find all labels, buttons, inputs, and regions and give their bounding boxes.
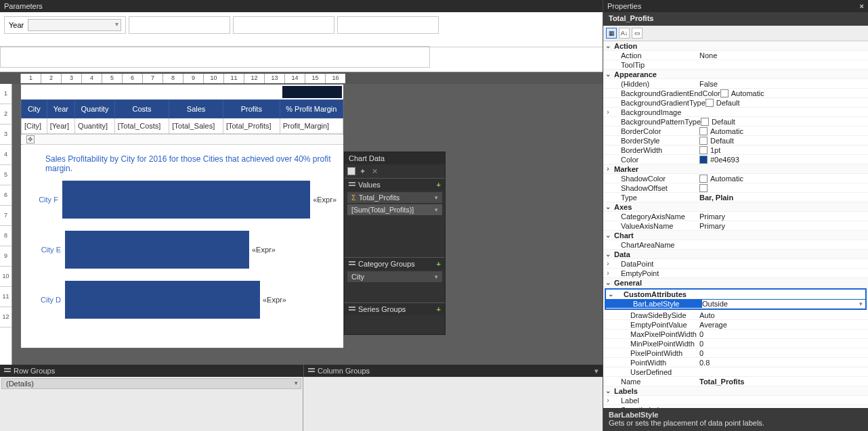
prop-chart-area[interactable]: ChartAreaName xyxy=(613,241,699,249)
table-cell[interactable]: Profit_Margin] xyxy=(280,118,343,134)
val-px-width[interactable]: 0 xyxy=(699,349,868,357)
move-handle-icon[interactable]: ✥ xyxy=(26,135,35,143)
prop-emptypoint[interactable]: EmptyPoint xyxy=(613,269,699,277)
values-field-total-profits[interactable]: Σ Total_Profits ▾ xyxy=(347,192,442,203)
prop-bg-pattern[interactable]: BackgroundPatternType xyxy=(613,118,701,126)
prop-empty-pt-val[interactable]: EmptyPointValue xyxy=(613,321,699,329)
expand-icon[interactable]: ⌄ xyxy=(603,231,613,239)
expand-icon[interactable]: › xyxy=(603,396,613,404)
expand-icon[interactable]: › xyxy=(603,108,613,116)
val-max-px[interactable]: 0 xyxy=(699,330,868,338)
chart-area[interactable]: City F«Expr»City E«Expr»City D«Expr» xyxy=(21,179,343,348)
groups-menu-chevron[interactable]: ▾ xyxy=(594,367,599,376)
chevron-down-icon[interactable]: ▾ xyxy=(435,194,438,201)
prop-type[interactable]: Type xyxy=(613,194,699,202)
cd-grid-icon[interactable] xyxy=(347,167,355,175)
expand-icon[interactable]: ⌄ xyxy=(603,279,613,286)
chart-bar[interactable] xyxy=(62,181,310,219)
val-min-px[interactable]: 0 xyxy=(699,340,868,348)
table-header[interactable]: Costs xyxy=(114,100,169,118)
table-cell[interactable]: [Total_Sales] xyxy=(169,118,223,134)
val-hidden[interactable]: False xyxy=(699,80,868,88)
values-expression[interactable]: [Sum(Total_Profits)] ▾ xyxy=(347,204,442,215)
prop-name[interactable]: Name xyxy=(613,378,699,386)
expand-icon[interactable]: › xyxy=(603,269,613,277)
table-cell[interactable]: [Total_Profits] xyxy=(223,118,280,134)
prop-val-axis[interactable]: ValueAxisName xyxy=(613,222,699,230)
prop-max-px[interactable]: MaxPixelPointWidth xyxy=(613,330,699,338)
properties-object-name[interactable]: Total_Profits xyxy=(603,12,868,26)
data-table[interactable]: CityYearQuantityCostsSalesProfits% Profi… xyxy=(21,99,343,134)
table-header[interactable]: % Profit Margin xyxy=(280,100,343,118)
cd-gear-icon[interactable]: ✦ xyxy=(360,167,368,175)
prop-border-width[interactable]: BorderWidth xyxy=(613,146,699,154)
val-type[interactable]: Bar, Plain xyxy=(699,194,868,202)
val-val-axis[interactable]: Primary xyxy=(699,222,868,230)
row-group-details[interactable]: (Details) xyxy=(1,378,301,389)
val-bg-grad-type[interactable]: Default xyxy=(706,99,868,107)
table-cell[interactable]: Quantity] xyxy=(75,118,115,134)
prop-min-px[interactable]: MinPixelPointWidth xyxy=(613,340,699,348)
val-pt-width[interactable]: 0.8 xyxy=(699,359,868,367)
val-border-style[interactable]: Default xyxy=(699,137,868,145)
param-blank-wide[interactable] xyxy=(0,46,430,68)
prop-shadow-offset[interactable]: ShadowOffset xyxy=(613,184,699,192)
chart-bar-row[interactable]: City E«Expr» xyxy=(28,229,337,271)
table-cell[interactable]: [City] xyxy=(22,118,47,134)
val-empty-pt-val[interactable]: Average xyxy=(699,321,868,329)
table-header[interactable]: City xyxy=(22,100,47,118)
prop-cat-axis[interactable]: CategoryAxisName xyxy=(613,212,699,221)
cd-delete-icon[interactable]: ✕ xyxy=(372,167,380,175)
prop-px-width[interactable]: PixelPointWidth xyxy=(613,349,699,357)
val-bar-label-style[interactable]: Outside xyxy=(702,300,865,308)
val-shadow-offset[interactable] xyxy=(699,184,868,192)
prop-bg-grad-type[interactable]: BackgroundGradientType xyxy=(613,99,706,107)
val-name[interactable]: Total_Profits xyxy=(699,378,868,386)
chart-data-panel[interactable]: Chart Data ✦ ✕ Values + Σ Total_Profits xyxy=(344,152,446,335)
expand-icon[interactable]: › xyxy=(603,260,613,267)
expand-icon[interactable]: ⌄ xyxy=(603,70,613,78)
category-field-city[interactable]: City ▾ xyxy=(347,271,442,282)
table-header[interactable]: Quantity xyxy=(75,100,115,118)
series-add-button[interactable]: + xyxy=(437,305,441,313)
prop-action[interactable]: Action xyxy=(613,51,699,60)
design-surface[interactable]: 1234 5678 9101112 CityYearQuantityCostsS… xyxy=(0,84,603,365)
table-header[interactable]: Profits xyxy=(223,100,280,118)
chart-bar[interactable] xyxy=(65,281,260,319)
param-year-dropdown[interactable] xyxy=(28,19,121,31)
categorized-button[interactable]: ▦ xyxy=(606,28,617,39)
prop-bg-image[interactable]: BackgroundImage xyxy=(613,108,699,116)
param-blank-2[interactable] xyxy=(233,16,334,34)
alphabetical-button[interactable]: A↓ xyxy=(619,28,630,39)
table-cell[interactable]: [Year] xyxy=(47,118,74,134)
prop-border-style[interactable]: BorderStyle xyxy=(613,137,699,145)
prop-user-def[interactable]: UserDefined xyxy=(613,368,699,376)
val-draw-side[interactable]: Auto xyxy=(699,311,868,319)
val-color[interactable]: #0e4693 xyxy=(699,156,868,164)
prop-bg-grad-endcolor[interactable]: BackgroundGradientEndColor xyxy=(613,89,720,97)
values-add-button[interactable]: + xyxy=(437,181,441,189)
prop-border-color[interactable]: BorderColor xyxy=(613,127,699,135)
param-blank-3[interactable] xyxy=(337,16,439,34)
expand-icon[interactable]: ⌄ xyxy=(603,42,613,49)
chevron-down-icon[interactable]: ▾ xyxy=(435,273,438,280)
expand-icon[interactable]: ⌄ xyxy=(603,387,613,394)
close-icon[interactable]: × xyxy=(860,2,864,10)
prop-datapoint[interactable]: DataPoint xyxy=(613,260,699,268)
chart-bar[interactable] xyxy=(65,231,249,269)
table-cell[interactable]: [Total_Costs] xyxy=(114,118,169,134)
chart-bar-row[interactable]: City D«Expr» xyxy=(28,279,337,321)
expand-icon[interactable]: ⌄ xyxy=(606,290,615,298)
expand-icon[interactable]: ⌄ xyxy=(603,203,613,210)
prop-tooltip[interactable]: ToolTip xyxy=(613,61,699,69)
report-body[interactable]: CityYearQuantityCostsSalesProfits% Profi… xyxy=(20,84,344,348)
expand-icon[interactable]: › xyxy=(603,165,613,173)
table-header[interactable]: Year xyxy=(47,100,74,118)
prop-pt-width[interactable]: PointWidth xyxy=(613,359,699,367)
val-border-width[interactable]: 1pt xyxy=(699,146,868,154)
properties-grid[interactable]: ⌄Action ActionNone ToolTip ⌄Appearance (… xyxy=(603,41,868,408)
chart-title[interactable]: Sales Profitability by City for 2016 for… xyxy=(21,145,343,179)
prop-color[interactable]: Color xyxy=(613,156,699,164)
prop-draw-side[interactable]: DrawSideBySide xyxy=(613,311,699,319)
val-border-color[interactable]: Automatic xyxy=(699,127,868,135)
